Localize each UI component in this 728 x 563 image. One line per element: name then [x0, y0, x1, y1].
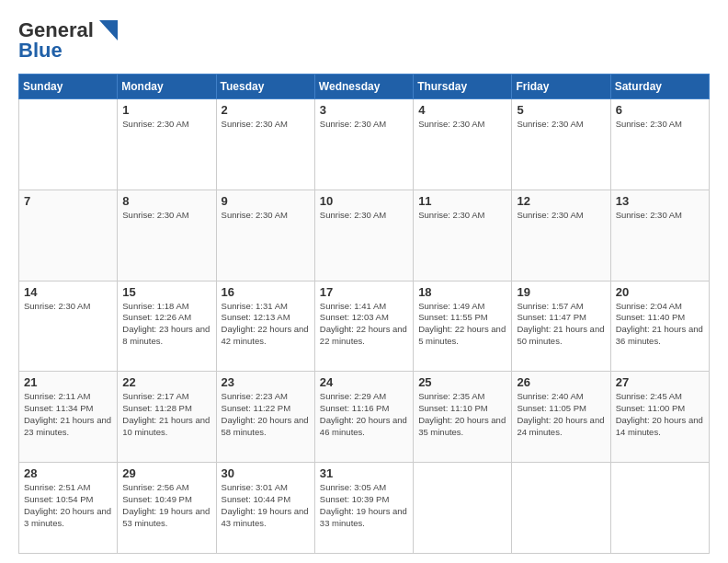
weekday-header-monday: Monday [118, 75, 216, 99]
day-cell: 4Sunrise: 2:30 AM [414, 99, 512, 190]
week-row-4: 28Sunrise: 2:51 AMSunset: 10:54 PMDaylig… [19, 463, 710, 554]
day-info: Sunrise: 2:17 AMSunset: 11:28 PMDaylight… [122, 391, 210, 438]
day-cell [610, 463, 709, 554]
day-info: Sunrise: 2:29 AMSunset: 11:16 PMDaylight… [320, 391, 408, 438]
day-number: 1 [122, 103, 210, 117]
day-number: 27 [616, 375, 704, 389]
page: General Blue SundayMondayTuesdayWednesda… [0, 0, 728, 563]
day-number: 2 [222, 103, 310, 117]
day-cell: 30Sunrise: 3:01 AMSunset: 10:44 PMDaylig… [216, 463, 314, 554]
day-info: Sunrise: 2:56 AMSunset: 10:49 PMDaylight… [122, 482, 210, 529]
day-number: 25 [418, 375, 506, 389]
calendar: SundayMondayTuesdayWednesdayThursdayFrid… [18, 74, 710, 554]
day-number: 12 [517, 194, 605, 208]
day-info: Sunrise: 2:30 AM [517, 210, 605, 222]
day-number: 28 [24, 466, 112, 480]
day-number: 5 [517, 103, 605, 117]
day-info: Sunrise: 2:30 AM [122, 119, 210, 131]
day-number: 7 [24, 194, 112, 208]
day-info: Sunrise: 3:01 AMSunset: 10:44 PMDaylight… [222, 482, 310, 529]
day-info: Sunrise: 1:18 AMSunset: 12:26 AMDaylight… [122, 301, 210, 348]
day-number: 13 [616, 194, 704, 208]
day-cell: 16Sunrise: 1:31 AMSunset: 12:13 AMDaylig… [216, 281, 314, 372]
day-info: Sunrise: 2:30 AM [418, 119, 506, 131]
weekday-header-wednesday: Wednesday [314, 75, 413, 99]
day-info: Sunrise: 2:23 AMSunset: 11:22 PMDaylight… [222, 391, 310, 438]
day-number: 4 [418, 103, 506, 117]
day-cell: 13Sunrise: 2:30 AM [610, 190, 709, 281]
day-info: Sunrise: 1:49 AMSunset: 11:55 PMDaylight… [418, 301, 506, 348]
day-info: Sunrise: 2:35 AMSunset: 11:10 PMDaylight… [418, 391, 506, 438]
day-cell: 7 [19, 190, 118, 281]
day-cell: 8Sunrise: 2:30 AM [118, 190, 216, 281]
day-cell: 9Sunrise: 2:30 AM [216, 190, 314, 281]
day-cell: 19Sunrise: 1:57 AMSunset: 11:47 PMDaylig… [512, 281, 610, 372]
day-cell: 29Sunrise: 2:56 AMSunset: 10:49 PMDaylig… [118, 463, 216, 554]
logo-blue-text: Blue [18, 39, 63, 63]
weekday-header-tuesday: Tuesday [216, 75, 314, 99]
day-number: 17 [320, 285, 408, 299]
svg-marker-0 [99, 20, 118, 40]
day-info: Sunrise: 2:30 AM [517, 119, 605, 131]
day-info: Sunrise: 1:57 AMSunset: 11:47 PMDaylight… [517, 301, 605, 348]
day-info: Sunrise: 2:30 AM [418, 210, 506, 222]
day-number: 10 [320, 194, 408, 208]
day-cell: 26Sunrise: 2:40 AMSunset: 11:05 PMDaylig… [512, 372, 610, 463]
day-number: 29 [122, 466, 210, 480]
day-cell: 14Sunrise: 2:30 AM [19, 281, 118, 372]
day-cell: 21Sunrise: 2:11 AMSunset: 11:34 PMDaylig… [19, 372, 118, 463]
weekday-header-saturday: Saturday [610, 75, 709, 99]
week-row-3: 21Sunrise: 2:11 AMSunset: 11:34 PMDaylig… [19, 372, 710, 463]
day-cell: 24Sunrise: 2:29 AMSunset: 11:16 PMDaylig… [314, 372, 413, 463]
day-number: 14 [24, 285, 112, 299]
day-info: Sunrise: 2:30 AM [616, 210, 704, 222]
day-cell: 25Sunrise: 2:35 AMSunset: 11:10 PMDaylig… [414, 372, 512, 463]
logo-flag-icon [94, 20, 118, 40]
day-number: 6 [616, 103, 704, 117]
day-cell: 18Sunrise: 1:49 AMSunset: 11:55 PMDaylig… [414, 281, 512, 372]
day-number: 21 [24, 375, 112, 389]
weekday-header-sunday: Sunday [19, 75, 118, 99]
day-info: Sunrise: 2:30 AM [320, 210, 408, 222]
day-cell: 17Sunrise: 1:41 AMSunset: 12:03 AMDaylig… [314, 281, 413, 372]
week-row-1: 78Sunrise: 2:30 AM9Sunrise: 2:30 AM10Sun… [19, 190, 710, 281]
day-cell: 23Sunrise: 2:23 AMSunset: 11:22 PMDaylig… [216, 372, 314, 463]
day-number: 22 [122, 375, 210, 389]
day-cell: 6Sunrise: 2:30 AM [610, 99, 709, 190]
day-cell: 28Sunrise: 2:51 AMSunset: 10:54 PMDaylig… [19, 463, 118, 554]
weekday-header-friday: Friday [512, 75, 610, 99]
day-cell: 12Sunrise: 2:30 AM [512, 190, 610, 281]
day-number: 19 [517, 285, 605, 299]
day-info: Sunrise: 3:05 AMSunset: 10:39 PMDaylight… [320, 482, 408, 529]
day-cell: 15Sunrise: 1:18 AMSunset: 12:26 AMDaylig… [118, 281, 216, 372]
day-cell: 31Sunrise: 3:05 AMSunset: 10:39 PMDaylig… [314, 463, 413, 554]
day-info: Sunrise: 2:51 AMSunset: 10:54 PMDaylight… [24, 482, 112, 529]
day-info: Sunrise: 2:30 AM [24, 301, 112, 313]
day-number: 20 [616, 285, 704, 299]
day-number: 24 [320, 375, 408, 389]
day-info: Sunrise: 2:11 AMSunset: 11:34 PMDaylight… [24, 391, 112, 438]
day-cell: 10Sunrise: 2:30 AM [314, 190, 413, 281]
week-row-0: 1Sunrise: 2:30 AM2Sunrise: 2:30 AM3Sunri… [19, 99, 710, 190]
day-cell [19, 99, 118, 190]
day-cell [512, 463, 610, 554]
day-number: 30 [222, 466, 310, 480]
day-number: 9 [222, 194, 310, 208]
day-number: 16 [222, 285, 310, 299]
day-info: Sunrise: 2:45 AMSunset: 11:00 PMDaylight… [616, 391, 704, 438]
day-info: Sunrise: 2:30 AM [616, 119, 704, 131]
day-info: Sunrise: 2:30 AM [320, 119, 408, 131]
header: General Blue [18, 18, 710, 63]
day-info: Sunrise: 2:30 AM [122, 210, 210, 222]
weekday-header-thursday: Thursday [414, 75, 512, 99]
day-cell [414, 463, 512, 554]
day-info: Sunrise: 1:41 AMSunset: 12:03 AMDaylight… [320, 301, 408, 348]
day-cell: 3Sunrise: 2:30 AM [314, 99, 413, 190]
day-number: 26 [517, 375, 605, 389]
day-info: Sunrise: 2:04 AMSunset: 11:40 PMDaylight… [616, 301, 704, 348]
day-info: Sunrise: 2:40 AMSunset: 11:05 PMDaylight… [517, 391, 605, 438]
day-cell: 2Sunrise: 2:30 AM [216, 99, 314, 190]
day-number: 18 [418, 285, 506, 299]
day-info: Sunrise: 1:31 AMSunset: 12:13 AMDaylight… [222, 301, 310, 348]
day-cell: 1Sunrise: 2:30 AM [118, 99, 216, 190]
